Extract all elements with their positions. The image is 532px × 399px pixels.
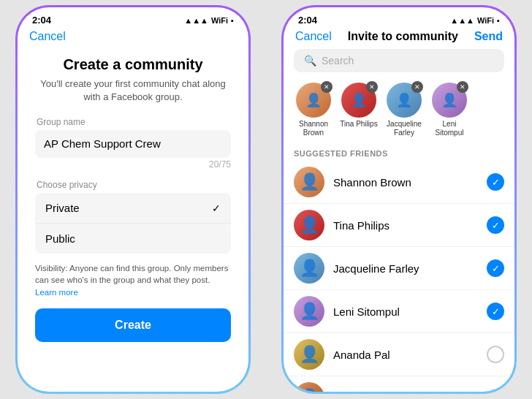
left-body: Create a community You'll create your fi… xyxy=(18,49,248,342)
select-mohammad-checkbox[interactable] xyxy=(487,389,504,392)
battery-icon-right: ▪ xyxy=(497,16,500,25)
cancel-button[interactable]: Cancel xyxy=(29,30,66,43)
select-shannon-checkbox[interactable]: ✓ xyxy=(487,173,504,191)
friend-row-leni[interactable]: 👤 Leni Sitompul ✓ xyxy=(284,290,514,333)
remove-shannon-icon[interactable]: ✕ xyxy=(321,81,332,93)
create-button[interactable]: Create xyxy=(35,308,231,342)
sel-name-leni: LeniSitompul xyxy=(436,120,464,137)
send-button[interactable]: Send xyxy=(474,30,503,43)
friend-row-ananda[interactable]: 👤 Ananda Pal xyxy=(284,333,514,376)
selected-user-shannon[interactable]: 👤 ✕ ShannonBrown xyxy=(294,83,333,137)
selected-user-leni[interactable]: 👤 ✕ LeniSitompul xyxy=(430,83,469,137)
friend-avatar-shannon: 👤 xyxy=(294,167,324,197)
visibility-text: Visibility: Anyone can find this group. … xyxy=(35,262,231,297)
privacy-private-label: Private xyxy=(45,202,80,214)
group-name-label: Group name xyxy=(37,117,231,127)
privacy-option-private[interactable]: Private ✓ xyxy=(35,193,231,224)
friend-name-mohammad: Mohammad Hosseini xyxy=(333,392,478,392)
group-name-input[interactable]: AP Chem Support Crew xyxy=(35,130,231,158)
selected-avatars-row: 👤 ✕ ShannonBrown 👤 ✕ Tina Philips xyxy=(284,80,514,145)
status-time-left: 2:04 xyxy=(32,15,51,26)
remove-jacqueline-icon[interactable]: ✕ xyxy=(411,81,423,93)
sel-name-shannon: ShannonBrown xyxy=(299,120,328,137)
remove-leni-icon[interactable]: ✕ xyxy=(457,81,468,93)
friend-avatar-leni: 👤 xyxy=(294,296,324,327)
wifi-icon: WiFi xyxy=(211,16,228,25)
signal-icon: ▲▲▲ xyxy=(184,16,208,25)
friend-row-tina[interactable]: 👤 Tina Philips ✓ xyxy=(284,204,514,247)
friend-row-jacqueline[interactable]: 👤 Jacqueline Farley ✓ xyxy=(284,247,514,290)
battery-icon: ▪ xyxy=(231,16,234,25)
friend-list: 👤 Shannon Brown ✓ 👤 Tina Philips ✓ 👤 xyxy=(284,161,514,392)
select-leni-checkbox[interactable]: ✓ xyxy=(487,303,504,320)
selected-avatar-img-jacqueline: 👤 ✕ xyxy=(387,83,422,118)
friend-avatar-mohammad: 👤 xyxy=(294,382,324,392)
right-cancel-button[interactable]: Cancel xyxy=(295,30,332,43)
friend-avatar-tina: 👤 xyxy=(294,210,324,240)
friend-name-tina: Tina Philips xyxy=(333,219,478,232)
friend-row-mohammad[interactable]: 👤 Mohammad Hosseini xyxy=(284,376,514,392)
status-icons-left: ▲▲▲ WiFi ▪ xyxy=(184,16,234,25)
remove-tina-icon[interactable]: ✕ xyxy=(366,81,378,93)
sel-name-tina: Tina Philips xyxy=(340,120,377,129)
status-bar-left: 2:04 ▲▲▲ WiFi ▪ xyxy=(18,7,248,28)
selected-user-tina[interactable]: 👤 ✕ Tina Philips xyxy=(339,83,379,137)
search-placeholder: Search xyxy=(322,55,354,66)
selected-avatar-img-shannon: 👤 ✕ xyxy=(296,83,331,118)
select-tina-checkbox[interactable]: ✓ xyxy=(487,216,504,234)
friend-avatar-ananda: 👤 xyxy=(294,339,324,370)
status-time-right: 2:04 xyxy=(298,15,317,26)
friend-name-jacqueline: Jacqueline Farley xyxy=(333,262,478,275)
wifi-icon-right: WiFi xyxy=(477,16,494,25)
learn-more-link[interactable]: Learn more xyxy=(35,288,78,297)
private-checkmark: ✓ xyxy=(212,202,221,214)
left-phone: 2:04 ▲▲▲ WiFi ▪ Cancel Create a communit… xyxy=(0,0,266,399)
char-count: 20/75 xyxy=(35,159,231,170)
privacy-public-label: Public xyxy=(45,232,75,245)
sel-name-jacqueline: JacquelineFarley xyxy=(387,120,422,137)
status-bar-right: 2:04 ▲▲▲ WiFi ▪ xyxy=(284,7,514,28)
friend-row-shannon[interactable]: 👤 Shannon Brown ✓ xyxy=(284,161,514,204)
right-phone: 2:04 ▲▲▲ WiFi ▪ Cancel Invite to communi… xyxy=(266,0,532,399)
group-name-value: AP Chem Support Crew xyxy=(44,137,161,150)
selected-user-jacqueline[interactable]: 👤 ✕ JacquelineFarley xyxy=(384,83,424,137)
selected-avatar-img-tina: 👤 ✕ xyxy=(341,83,376,118)
signal-icon-right: ▲▲▲ xyxy=(450,16,474,25)
friend-name-ananda: Ananda Pal xyxy=(333,349,478,361)
right-nav: Cancel Invite to community Send xyxy=(284,28,514,49)
search-icon: 🔍 xyxy=(304,55,316,66)
select-ananda-checkbox[interactable] xyxy=(487,346,504,363)
left-nav: Cancel xyxy=(18,28,248,49)
privacy-label: Choose privacy xyxy=(37,180,231,190)
suggested-friends-label: SUGGESTED FRIENDS xyxy=(284,145,514,161)
select-jacqueline-checkbox[interactable]: ✓ xyxy=(487,259,504,277)
page-title: Create a community xyxy=(35,56,231,73)
selected-avatar-img-leni: 👤 ✕ xyxy=(432,83,467,118)
page-subtitle: You'll create your first community chat … xyxy=(35,77,231,104)
invite-title: Invite to community xyxy=(348,30,458,43)
privacy-options: Private ✓ Public xyxy=(35,193,231,254)
search-bar[interactable]: 🔍 Search xyxy=(294,49,504,72)
friend-name-leni: Leni Sitompul xyxy=(333,305,478,318)
friend-name-shannon: Shannon Brown xyxy=(333,176,478,189)
friend-avatar-jacqueline: 👤 xyxy=(294,253,324,284)
privacy-option-public[interactable]: Public xyxy=(35,224,231,254)
status-icons-right: ▲▲▲ WiFi ▪ xyxy=(450,16,500,25)
